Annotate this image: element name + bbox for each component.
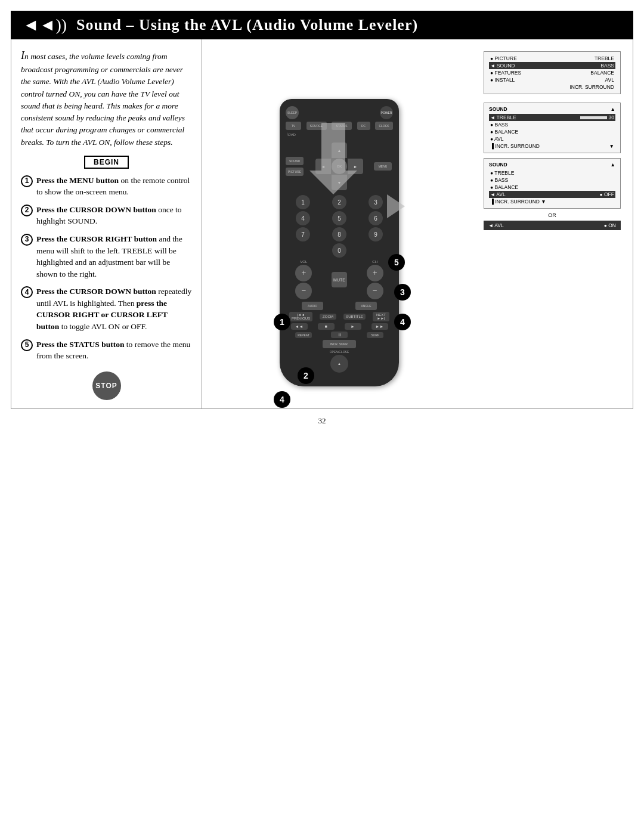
cursor-down-btn[interactable]: ▼ <box>332 175 347 190</box>
remote-control: 1 5 3 4 2 4 <box>262 99 417 386</box>
play-btn[interactable]: ► <box>345 323 361 330</box>
step-1-text: Press the MENU button on the remote cont… <box>36 175 192 198</box>
diagram-badge-2: 2 <box>298 367 314 384</box>
step-4: 4 Press the CURSOR DOWN button repeatedl… <box>21 286 192 332</box>
num-0-btn[interactable]: 0 <box>332 243 346 258</box>
page-number: 32 <box>318 416 326 425</box>
vol-row: VOL + − MUTE CH + − <box>286 260 393 299</box>
previous-btn[interactable]: |◄◄PREVIOUS <box>289 312 312 321</box>
begin-label: BEGIN <box>84 156 129 169</box>
step-4-text: Press the CURSOR DOWN button repeatedly … <box>36 286 192 332</box>
audio-btn[interactable]: AUDIO <box>302 302 323 310</box>
source-btn[interactable]: SOURCE <box>306 122 327 130</box>
diagram-badge-1: 1 <box>274 314 290 330</box>
step-1-number: 1 <box>21 175 33 187</box>
right-panel: ● PICTURETREBLE ◄ SOUNDBASS ● FEATURESBA… <box>202 39 633 408</box>
stop-label: STOP <box>92 371 121 400</box>
or-label: OR <box>484 212 621 218</box>
clock-btn[interactable]: CLOCK <box>375 122 393 130</box>
diagram-badge-4: 4 <box>394 314 411 330</box>
num-7-btn[interactable]: 7 <box>296 227 310 241</box>
begin-badge: BEGIN <box>21 156 192 169</box>
pzsn-row: |◄◄PREVIOUS ZOOM SUBTITLE NEXT►►| <box>286 312 393 321</box>
menu-btn[interactable]: MENU <box>374 162 392 171</box>
vol-up-btn[interactable]: + <box>295 265 312 281</box>
cursor-left-btn[interactable]: ◄ <box>315 159 331 174</box>
top-btn-row: SLEEP POWER <box>286 106 393 119</box>
step-2: 2 Press the CURSOR DOWN button once to h… <box>21 204 192 227</box>
vol-down-btn[interactable]: − <box>295 283 312 299</box>
screen-mockups: ● PICTURETREBLE ◄ SOUNDBASS ● FEATURESBA… <box>484 51 621 230</box>
num-5-btn[interactable]: 5 <box>332 211 346 225</box>
incr-surr-btn[interactable]: INCR. SURR. <box>323 340 356 348</box>
page-title: Sound – Using the AVL (Audio Volume Leve… <box>76 16 418 34</box>
step-3-number: 3 <box>21 234 33 246</box>
avl-on-bar: ◄ AVL● ON <box>484 221 621 230</box>
repeat-btn[interactable]: REPEAT <box>295 332 312 338</box>
num-grid: 1 2 3 4 5 6 7 8 9 0 <box>286 195 393 258</box>
step-3: 3 Press the CURSOR RIGHT button and the … <box>21 233 192 280</box>
sound-screen-avl: SOUND ▲ ● TREBLE ● BASS ● BALANCE ◄ AVL●… <box>484 158 621 209</box>
num-3-btn[interactable]: 3 <box>369 195 383 209</box>
remote-body: SLEEP POWER TV SOURCE STATUS DC CLOCK └D… <box>280 99 399 386</box>
dvd-label: └DVD <box>286 132 393 138</box>
num-6-btn[interactable]: 6 <box>369 211 383 225</box>
nav-cluster: ▲ ▼ ◄ ► OK <box>315 143 363 190</box>
tv-btn[interactable]: TV <box>286 122 301 130</box>
rspf-row: ◄◄ ■ ► ►► <box>286 323 393 330</box>
main-menu-screen: ● PICTURETREBLE ◄ SOUNDBASS ● FEATURESBA… <box>484 51 621 94</box>
num-9-btn[interactable]: 9 <box>369 227 383 241</box>
speaker-icon: ◄◄)) <box>23 16 67 35</box>
status-btn[interactable]: STATUS <box>332 122 352 130</box>
dc-btn[interactable]: DC <box>357 122 370 130</box>
step-5: 5 Press the STATUS button to remove the … <box>21 339 192 362</box>
step-2-text: Press the CURSOR DOWN button once to hig… <box>36 204 192 227</box>
left-panel: In most cases, the volume levels coming … <box>11 39 202 408</box>
stop-btn[interactable]: ■ <box>318 323 335 330</box>
diagram-badge-5: 5 <box>388 254 405 271</box>
incr-surr-row: INCR. SURR. <box>286 340 393 348</box>
audio-angle-row: AUDIO ANGLE <box>286 302 393 310</box>
step-2-number: 2 <box>21 205 33 216</box>
intro-text: In most cases, the volume levels coming … <box>21 48 192 148</box>
subtitle-btn[interactable]: SUBTITLE <box>343 314 366 320</box>
reverse-btn[interactable]: ◄◄ <box>291 323 308 330</box>
num-4-btn[interactable]: 4 <box>296 211 310 225</box>
step-5-text: Press the STATUS button to remove the me… <box>36 339 192 362</box>
step-3-text: Press the CURSOR RIGHT button and the me… <box>36 233 192 280</box>
mode-btn-row: TV SOURCE STATUS DC CLOCK <box>286 122 393 130</box>
num-1-btn[interactable]: 1 <box>296 195 310 209</box>
pause-btn[interactable]: ⏸ <box>331 332 348 338</box>
nav-area: SOUND PICTURE ▲ ▼ ◄ ► OK MENU <box>286 140 393 193</box>
stop-badge: STOP <box>21 371 192 400</box>
ch-up-btn[interactable]: + <box>367 265 383 281</box>
page-footer: 32 <box>0 409 644 433</box>
step-5-number: 5 <box>21 339 33 351</box>
angle-btn[interactable]: ANGLE <box>355 302 377 310</box>
sound-screen-treble: SOUND ▲ ◄ TREBLE 30 ● BASS ● BALANCE ● A… <box>484 103 621 153</box>
diagram-badge-4b: 4 <box>274 391 290 408</box>
cursor-up-btn[interactable]: ▲ <box>332 143 347 158</box>
cursor-right-btn[interactable]: ► <box>348 159 363 174</box>
ch-down-btn[interactable]: − <box>367 283 383 299</box>
main-content: In most cases, the volume levels coming … <box>11 39 633 409</box>
mute-btn[interactable]: MUTE <box>332 272 347 287</box>
ok-btn[interactable]: OK <box>332 159 347 174</box>
page-header: ◄◄)) Sound – Using the AVL (Audio Volume… <box>11 11 633 39</box>
sound-btn[interactable]: SOUND <box>286 157 304 165</box>
rps-row: REPEAT ⏸ SURF <box>286 332 393 338</box>
picture-btn[interactable]: PICTURE <box>286 168 304 176</box>
surf-btn[interactable]: SURF <box>367 332 383 338</box>
sleep-btn[interactable]: SLEEP <box>286 106 299 119</box>
diagram-badge-3: 3 <box>394 284 411 301</box>
step-4-number: 4 <box>21 286 33 298</box>
num-2-btn[interactable]: 2 <box>332 195 346 209</box>
step-1: 1 Press the MENU button on the remote co… <box>21 175 192 198</box>
open-close-btn[interactable]: ▲ <box>330 355 348 373</box>
forward-btn[interactable]: ►► <box>371 323 388 330</box>
next-btn[interactable]: NEXT►►| <box>373 312 389 321</box>
num-8-btn[interactable]: 8 <box>332 227 346 241</box>
zoom-btn[interactable]: ZOOM <box>320 314 336 320</box>
power-btn[interactable]: POWER <box>380 106 393 119</box>
